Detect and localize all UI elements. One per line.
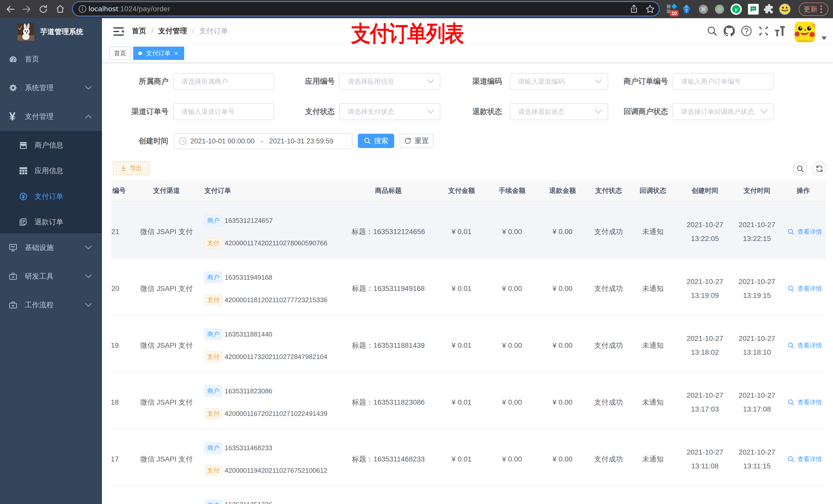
- svg-text:⌘: ⌘: [700, 6, 706, 13]
- svg-text:10: 10: [671, 10, 677, 16]
- svg-text:y: y: [734, 6, 738, 13]
